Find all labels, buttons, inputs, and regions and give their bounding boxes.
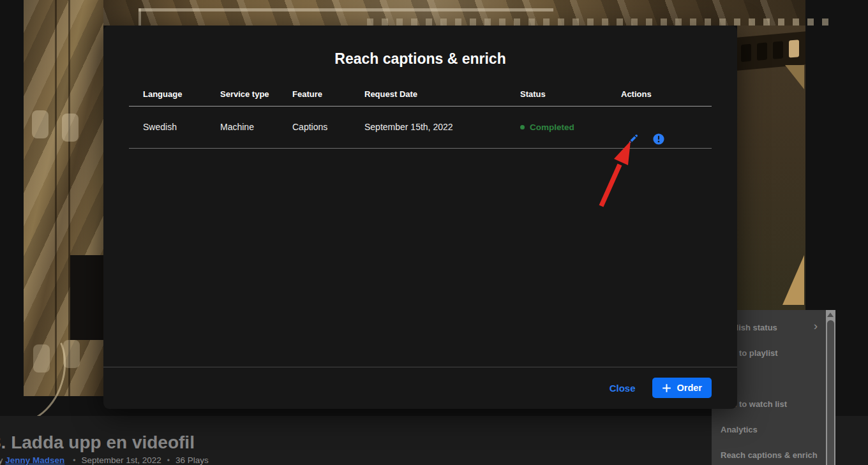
cell-status: Completed [520,107,574,148]
byline-date: September 1st, 2022 [82,455,161,465]
byline-plays: 36 Plays [176,455,209,465]
film-perforation [62,114,79,142]
reel-rim [138,8,141,26]
cell-feature: Captions [292,107,327,148]
table-row: Swedish Machine Captions September 15th,… [129,107,712,149]
cell-language: Swedish [143,107,177,148]
scrollbar-thumb[interactable] [827,320,834,465]
cell-request-date: September 15th, 2022 [364,107,453,148]
order-button-label: Order [677,383,703,393]
column-header-request-date: Request Date [364,86,417,103]
column-header-service-type: Service type [220,86,269,103]
info-exclamation-icon[interactable] [653,121,664,133]
byline-prefix: by [0,455,3,465]
status-badge: Completed [530,107,574,148]
menu-scrollbar[interactable] [826,310,835,465]
film-perforation [32,110,49,138]
hero-filmreel-artwork-left [24,0,103,396]
column-header-status: Status [520,86,546,103]
modal-title: Reach captions & enrich [103,50,737,68]
video-byline: byJenny Madsen•September 1st, 2022•36 Pl… [0,455,209,465]
byline-separator: • [73,456,75,465]
film-perforation [789,40,799,57]
hero-filmreel-artwork-right [737,26,805,310]
table-header-row: Language Service type Feature Request Da… [129,86,712,103]
close-button[interactable]: Close [610,383,636,394]
reach-captions-modal: Reach captions & enrich Language Service… [103,26,737,409]
menu-item-analytics[interactable]: Analytics [712,417,826,442]
artwork-wedge [785,65,804,89]
column-header-feature: Feature [292,86,322,103]
film-perforation-row [359,18,831,26]
column-header-actions: Actions [621,86,652,103]
film-perforation [741,44,751,62]
submenu-chevron-icon: › [814,320,818,332]
edit-pencil-icon[interactable] [627,121,639,133]
artwork-wedge [782,255,804,305]
column-header-language: Language [143,86,182,103]
modal-footer: Close Order [103,367,737,409]
hero-filmreel-artwork-top [103,0,805,26]
menu-item-label: Analytics [721,425,758,434]
film-perforation [773,41,783,59]
artwork-dark-inset [70,255,103,340]
reel-rim [138,8,553,11]
status-dot [520,125,525,129]
page-root: 3. Ladda upp en videofil byJenny Madsen•… [0,0,868,465]
author-link[interactable]: Jenny Madsen [5,455,64,465]
menu-item-reach-captions-enrich[interactable]: Reach captions & enrich [712,442,826,465]
plus-icon [662,383,671,393]
cell-service-type: Machine [220,107,254,148]
film-perforation [757,43,767,61]
order-button[interactable]: Order [652,378,712,398]
menu-item-label: Reach captions & enrich [721,450,818,460]
byline-separator: • [167,456,170,465]
scrollbar-up-arrow-icon[interactable] [827,313,834,317]
filmstrip-band [737,31,805,70]
video-title: 3. Ladda upp en videofil [0,432,195,453]
